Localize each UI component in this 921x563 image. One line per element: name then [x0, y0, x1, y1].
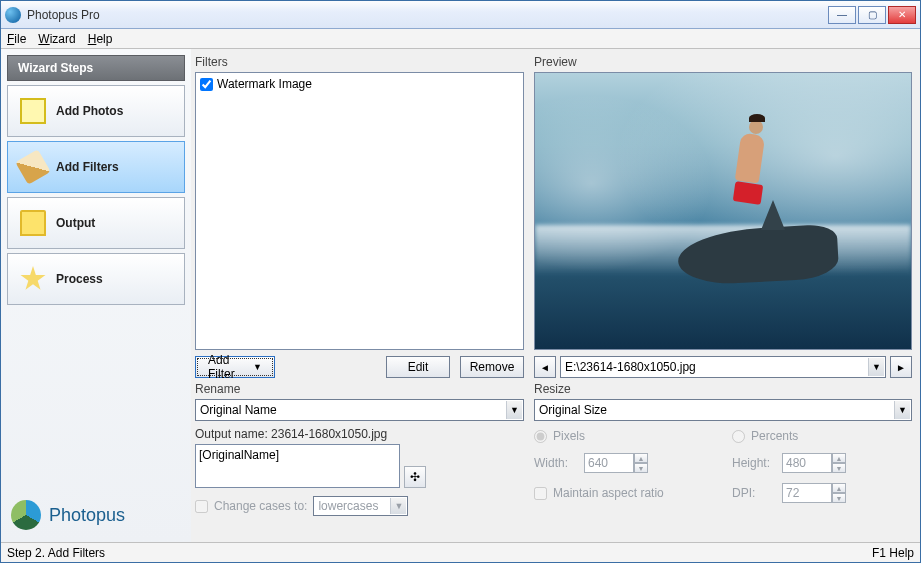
status-right: F1 Help	[872, 546, 914, 560]
statusbar: Step 2. Add Filters F1 Help	[1, 542, 920, 562]
spin-up-icon: ▲	[634, 453, 648, 463]
filter-name: Watermark Image	[217, 77, 312, 91]
app-window: Photopus Pro — ▢ ✕ File Wizard Help Wiza…	[0, 0, 921, 563]
maintain-aspect-label: Maintain aspect ratio	[553, 486, 664, 500]
pixels-radio	[534, 430, 547, 443]
titlebar: Photopus Pro — ▢ ✕	[1, 1, 920, 29]
step-label: Add Photos	[56, 104, 123, 118]
spin-up-icon: ▲	[832, 453, 846, 463]
height-stepper: ▲▼	[782, 453, 846, 473]
step-output[interactable]: Output	[7, 197, 185, 249]
step-add-photos[interactable]: Add Photos	[7, 85, 185, 137]
chevron-down-icon: ▼	[390, 498, 406, 514]
height-input	[782, 453, 832, 473]
preview-label: Preview	[534, 55, 912, 69]
preview-image	[534, 72, 912, 350]
chevron-down-icon[interactable]: ▼	[868, 358, 884, 376]
remove-filter-button[interactable]: Remove	[460, 356, 524, 378]
width-stepper: ▲▼	[584, 453, 648, 473]
window-title: Photopus Pro	[27, 8, 828, 22]
spin-down-icon: ▼	[832, 493, 846, 503]
menubar: File Wizard Help	[1, 29, 920, 49]
sidebar-header: Wizard Steps	[7, 55, 185, 81]
preview-prev-button[interactable]: ◄	[534, 356, 556, 378]
wizard-sidebar: Wizard Steps Add Photos Add Filters Outp…	[1, 49, 191, 542]
status-left: Step 2. Add Filters	[7, 546, 105, 560]
preview-group: Preview ◄	[534, 55, 912, 378]
content-area: Wizard Steps Add Photos Add Filters Outp…	[1, 49, 920, 542]
change-cases-label: Change cases to:	[214, 499, 307, 513]
step-process[interactable]: Process	[7, 253, 185, 305]
width-input	[584, 453, 634, 473]
dpi-label: DPI:	[732, 486, 776, 500]
resize-label: Resize	[534, 382, 912, 396]
close-button[interactable]: ✕	[888, 6, 916, 24]
rename-group: Rename Original Name ▼ Output name: 2361…	[195, 382, 524, 516]
insert-token-button[interactable]: ✣	[404, 466, 426, 488]
step-add-filters[interactable]: Add Filters	[7, 141, 185, 193]
rename-label: Rename	[195, 382, 524, 396]
case-option-select: lowercases ▼	[313, 496, 408, 516]
resize-mode-select[interactable]: Original Size ▼	[534, 399, 912, 421]
photo-icon	[20, 98, 46, 124]
filters-group: Filters Watermark Image Add Filter ▼	[195, 55, 524, 378]
spin-down-icon: ▼	[634, 463, 648, 473]
rename-template-input[interactable]	[195, 444, 400, 488]
edit-filter-button[interactable]: Edit	[386, 356, 450, 378]
brand-logo-icon	[11, 500, 41, 530]
window-controls: — ▢ ✕	[828, 6, 916, 24]
preview-next-button[interactable]: ►	[890, 356, 912, 378]
width-label: Width:	[534, 456, 578, 470]
preview-path-combo[interactable]: E:\23614-1680x1050.jpg ▼	[560, 356, 886, 378]
step-label: Output	[56, 216, 95, 230]
spin-up-icon: ▲	[832, 483, 846, 493]
rename-mode-select[interactable]: Original Name ▼	[195, 399, 524, 421]
main-panel: Filters Watermark Image Add Filter ▼	[191, 49, 920, 542]
folder-icon	[20, 210, 46, 236]
change-cases-checkbox	[195, 500, 208, 513]
chevron-down-icon: ▼	[253, 362, 262, 372]
filters-listbox[interactable]: Watermark Image	[195, 72, 524, 350]
menu-help[interactable]: Help	[88, 32, 113, 46]
output-name-label: Output name: 23614-1680x1050.jpg	[195, 427, 524, 441]
maintain-aspect-checkbox	[534, 487, 547, 500]
percents-label: Percents	[751, 429, 798, 443]
pixels-label: Pixels	[553, 429, 585, 443]
filters-label: Filters	[195, 55, 524, 69]
preview-path-text: E:\23614-1680x1050.jpg	[565, 360, 696, 374]
filter-list-item[interactable]: Watermark Image	[200, 77, 519, 91]
dpi-input	[782, 483, 832, 503]
minimize-button[interactable]: —	[828, 6, 856, 24]
menu-wizard[interactable]: Wizard	[38, 32, 75, 46]
percents-radio	[732, 430, 745, 443]
sidebar-brand: Photopus	[7, 494, 185, 536]
height-label: Height:	[732, 456, 776, 470]
add-filter-button[interactable]: Add Filter ▼	[195, 356, 275, 378]
dpi-stepper: ▲▼	[782, 483, 846, 503]
chevron-down-icon[interactable]: ▼	[506, 401, 522, 419]
maximize-button[interactable]: ▢	[858, 6, 886, 24]
spin-down-icon: ▼	[832, 463, 846, 473]
chevron-down-icon[interactable]: ▼	[894, 401, 910, 419]
resize-group: Resize Original Size ▼ Pixels Percents	[534, 382, 912, 516]
app-icon	[5, 7, 21, 23]
wand-icon	[15, 149, 51, 185]
star-icon	[20, 266, 46, 292]
menu-file[interactable]: File	[7, 32, 26, 46]
step-label: Add Filters	[56, 160, 119, 174]
brand-text: Photopus	[49, 505, 125, 526]
filter-checkbox[interactable]	[200, 78, 213, 91]
step-label: Process	[56, 272, 103, 286]
